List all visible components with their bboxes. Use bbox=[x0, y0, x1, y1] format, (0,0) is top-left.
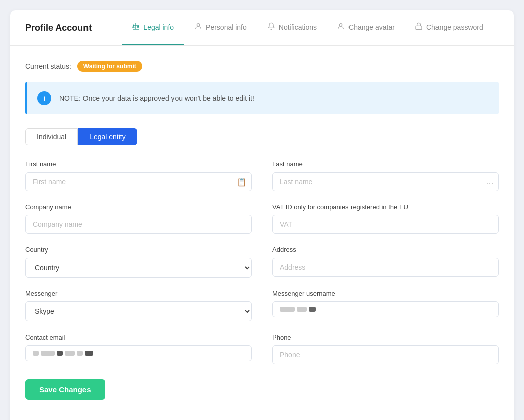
bell-icon bbox=[267, 22, 275, 32]
vat-id-label: VAT ID only for companies registered in … bbox=[272, 203, 499, 211]
form-grid: First name 📋 Last name … Company name bbox=[25, 160, 499, 364]
svg-point-3 bbox=[339, 24, 342, 26]
first-name-icon: 📋 bbox=[237, 177, 247, 187]
vat-id-input[interactable] bbox=[272, 215, 499, 234]
info-icon: i bbox=[37, 91, 51, 105]
first-name-label: First name bbox=[25, 160, 252, 168]
redacted-email-4 bbox=[65, 351, 75, 356]
country-label: Country bbox=[25, 246, 252, 254]
phone-label: Phone bbox=[272, 333, 499, 341]
tab-change-password[interactable]: Change password bbox=[405, 10, 493, 45]
tab-change-avatar[interactable]: Change avatar bbox=[327, 10, 405, 45]
messenger-select[interactable]: Skype Telegram WhatsApp bbox=[25, 301, 252, 321]
info-text: NOTE: Once your data is approved you won… bbox=[59, 94, 254, 102]
lock-icon bbox=[415, 22, 423, 32]
address-input[interactable] bbox=[272, 258, 499, 277]
person-icon bbox=[194, 22, 202, 32]
contact-email-display[interactable] bbox=[25, 345, 252, 361]
status-bar: Current status: Waiting for submit bbox=[25, 61, 499, 72]
tab-personal-info[interactable]: Personal info bbox=[184, 10, 257, 45]
status-badge: Waiting for submit bbox=[77, 61, 142, 72]
nav-tabs: Legal info Personal info bbox=[122, 10, 499, 45]
contact-email-label: Contact email bbox=[25, 333, 252, 341]
redacted-email-1 bbox=[33, 351, 39, 356]
page-container: Profile Account Legal info bbox=[10, 10, 514, 420]
redacted-block-1 bbox=[280, 307, 295, 312]
country-group: Country Country bbox=[25, 246, 252, 278]
messenger-group: Messenger Skype Telegram WhatsApp bbox=[25, 290, 252, 321]
company-name-label: Company name bbox=[25, 203, 252, 211]
company-name-group: Company name bbox=[25, 203, 252, 234]
redacted-email-2 bbox=[41, 351, 55, 356]
status-label: Current status: bbox=[25, 62, 71, 70]
first-name-input-wrapper: 📋 bbox=[25, 172, 252, 191]
vat-id-group: VAT ID only for companies registered in … bbox=[272, 203, 499, 234]
last-name-icon: … bbox=[486, 177, 494, 186]
last-name-group: Last name … bbox=[272, 160, 499, 191]
phone-input[interactable] bbox=[272, 345, 499, 364]
tab-notifications[interactable]: Notifications bbox=[257, 10, 327, 45]
last-name-input-wrapper: … bbox=[272, 172, 499, 191]
svg-point-2 bbox=[197, 24, 199, 26]
first-name-group: First name 📋 bbox=[25, 160, 252, 191]
scale-icon bbox=[132, 22, 140, 32]
content-area: Current status: Waiting for submit i NOT… bbox=[10, 46, 514, 410]
address-group: Address bbox=[272, 246, 499, 278]
tab-legal-info[interactable]: Legal info bbox=[122, 10, 184, 45]
redacted-email-6 bbox=[85, 351, 93, 356]
header: Profile Account Legal info bbox=[10, 10, 514, 46]
phone-group: Phone bbox=[272, 333, 499, 364]
country-select[interactable]: Country bbox=[25, 258, 252, 278]
page-title: Profile Account bbox=[25, 23, 92, 33]
redacted-block-2 bbox=[297, 307, 307, 312]
save-button[interactable]: Save Changes bbox=[25, 379, 105, 400]
info-box: i NOTE: Once your data is approved you w… bbox=[25, 82, 499, 114]
company-name-input[interactable] bbox=[25, 215, 252, 234]
toggle-group: Individual Legal entity bbox=[25, 128, 499, 145]
messenger-label: Messenger bbox=[25, 290, 252, 297]
messenger-username-label: Messenger username bbox=[272, 290, 499, 297]
toggle-individual[interactable]: Individual bbox=[25, 128, 78, 145]
redacted-email-3 bbox=[57, 351, 63, 356]
contact-email-group: Contact email bbox=[25, 333, 252, 364]
last-name-input[interactable] bbox=[272, 172, 499, 191]
messenger-username-input-display[interactable] bbox=[272, 301, 499, 317]
redacted-email-5 bbox=[77, 351, 83, 356]
messenger-username-group: Messenger username bbox=[272, 290, 499, 321]
address-label: Address bbox=[272, 246, 499, 254]
svg-rect-4 bbox=[416, 26, 422, 29]
redacted-block-3 bbox=[309, 307, 316, 312]
first-name-input[interactable] bbox=[25, 172, 252, 191]
toggle-legal-entity[interactable]: Legal entity bbox=[78, 128, 137, 145]
last-name-label: Last name bbox=[272, 160, 499, 168]
avatar-icon bbox=[337, 22, 345, 32]
